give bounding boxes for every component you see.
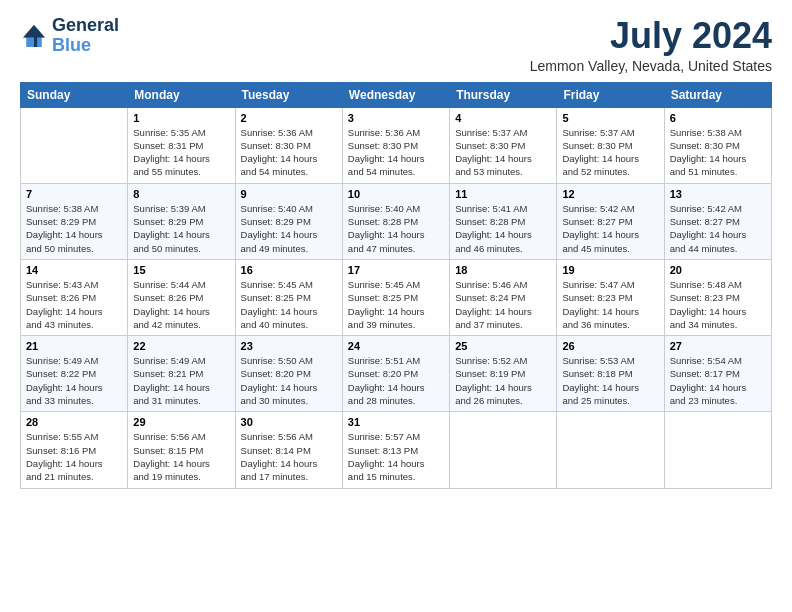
day-number: 20	[670, 264, 766, 276]
calendar-cell: 30Sunrise: 5:56 AM Sunset: 8:14 PM Dayli…	[235, 412, 342, 488]
day-number: 16	[241, 264, 337, 276]
calendar-cell: 15Sunrise: 5:44 AM Sunset: 8:26 PM Dayli…	[128, 259, 235, 335]
calendar-cell: 18Sunrise: 5:46 AM Sunset: 8:24 PM Dayli…	[450, 259, 557, 335]
header-thursday: Thursday	[450, 82, 557, 107]
calendar-cell: 22Sunrise: 5:49 AM Sunset: 8:21 PM Dayli…	[128, 336, 235, 412]
logo: General Blue	[20, 16, 119, 56]
day-info: Sunrise: 5:56 AM Sunset: 8:15 PM Dayligh…	[133, 430, 229, 483]
day-number: 14	[26, 264, 122, 276]
day-info: Sunrise: 5:37 AM Sunset: 8:30 PM Dayligh…	[562, 126, 658, 179]
month-title: July 2024	[530, 16, 772, 56]
calendar-cell	[21, 107, 128, 183]
day-number: 6	[670, 112, 766, 124]
location-title: Lemmon Valley, Nevada, United States	[530, 58, 772, 74]
day-info: Sunrise: 5:46 AM Sunset: 8:24 PM Dayligh…	[455, 278, 551, 331]
day-number: 4	[455, 112, 551, 124]
day-number: 11	[455, 188, 551, 200]
calendar-cell: 28Sunrise: 5:55 AM Sunset: 8:16 PM Dayli…	[21, 412, 128, 488]
calendar-cell: 19Sunrise: 5:47 AM Sunset: 8:23 PM Dayli…	[557, 259, 664, 335]
day-info: Sunrise: 5:35 AM Sunset: 8:31 PM Dayligh…	[133, 126, 229, 179]
day-info: Sunrise: 5:38 AM Sunset: 8:29 PM Dayligh…	[26, 202, 122, 255]
day-info: Sunrise: 5:36 AM Sunset: 8:30 PM Dayligh…	[348, 126, 444, 179]
day-number: 3	[348, 112, 444, 124]
day-number: 26	[562, 340, 658, 352]
calendar-cell: 12Sunrise: 5:42 AM Sunset: 8:27 PM Dayli…	[557, 183, 664, 259]
calendar-cell: 14Sunrise: 5:43 AM Sunset: 8:26 PM Dayli…	[21, 259, 128, 335]
calendar-cell: 31Sunrise: 5:57 AM Sunset: 8:13 PM Dayli…	[342, 412, 449, 488]
day-info: Sunrise: 5:38 AM Sunset: 8:30 PM Dayligh…	[670, 126, 766, 179]
header-tuesday: Tuesday	[235, 82, 342, 107]
week-row-4: 28Sunrise: 5:55 AM Sunset: 8:16 PM Dayli…	[21, 412, 772, 488]
day-number: 15	[133, 264, 229, 276]
day-number: 28	[26, 416, 122, 428]
calendar-cell: 23Sunrise: 5:50 AM Sunset: 8:20 PM Dayli…	[235, 336, 342, 412]
calendar-cell: 3Sunrise: 5:36 AM Sunset: 8:30 PM Daylig…	[342, 107, 449, 183]
calendar-cell: 1Sunrise: 5:35 AM Sunset: 8:31 PM Daylig…	[128, 107, 235, 183]
day-number: 1	[133, 112, 229, 124]
calendar-cell: 16Sunrise: 5:45 AM Sunset: 8:25 PM Dayli…	[235, 259, 342, 335]
calendar-cell: 26Sunrise: 5:53 AM Sunset: 8:18 PM Dayli…	[557, 336, 664, 412]
day-number: 25	[455, 340, 551, 352]
calendar-cell: 4Sunrise: 5:37 AM Sunset: 8:30 PM Daylig…	[450, 107, 557, 183]
calendar-cell: 21Sunrise: 5:49 AM Sunset: 8:22 PM Dayli…	[21, 336, 128, 412]
calendar-cell: 17Sunrise: 5:45 AM Sunset: 8:25 PM Dayli…	[342, 259, 449, 335]
header-wednesday: Wednesday	[342, 82, 449, 107]
day-number: 17	[348, 264, 444, 276]
day-info: Sunrise: 5:37 AM Sunset: 8:30 PM Dayligh…	[455, 126, 551, 179]
day-info: Sunrise: 5:44 AM Sunset: 8:26 PM Dayligh…	[133, 278, 229, 331]
day-info: Sunrise: 5:49 AM Sunset: 8:21 PM Dayligh…	[133, 354, 229, 407]
day-info: Sunrise: 5:39 AM Sunset: 8:29 PM Dayligh…	[133, 202, 229, 255]
day-info: Sunrise: 5:53 AM Sunset: 8:18 PM Dayligh…	[562, 354, 658, 407]
logo-icon	[20, 22, 48, 50]
day-number: 22	[133, 340, 229, 352]
day-number: 19	[562, 264, 658, 276]
logo-text: General Blue	[52, 16, 119, 56]
day-number: 9	[241, 188, 337, 200]
day-number: 21	[26, 340, 122, 352]
day-info: Sunrise: 5:43 AM Sunset: 8:26 PM Dayligh…	[26, 278, 122, 331]
day-number: 10	[348, 188, 444, 200]
day-number: 2	[241, 112, 337, 124]
calendar-cell: 29Sunrise: 5:56 AM Sunset: 8:15 PM Dayli…	[128, 412, 235, 488]
calendar-cell	[450, 412, 557, 488]
calendar-cell	[557, 412, 664, 488]
day-info: Sunrise: 5:52 AM Sunset: 8:19 PM Dayligh…	[455, 354, 551, 407]
day-number: 31	[348, 416, 444, 428]
day-info: Sunrise: 5:50 AM Sunset: 8:20 PM Dayligh…	[241, 354, 337, 407]
day-number: 27	[670, 340, 766, 352]
calendar-cell: 7Sunrise: 5:38 AM Sunset: 8:29 PM Daylig…	[21, 183, 128, 259]
calendar-cell: 9Sunrise: 5:40 AM Sunset: 8:29 PM Daylig…	[235, 183, 342, 259]
calendar-cell: 11Sunrise: 5:41 AM Sunset: 8:28 PM Dayli…	[450, 183, 557, 259]
day-info: Sunrise: 5:49 AM Sunset: 8:22 PM Dayligh…	[26, 354, 122, 407]
week-row-0: 1Sunrise: 5:35 AM Sunset: 8:31 PM Daylig…	[21, 107, 772, 183]
day-info: Sunrise: 5:47 AM Sunset: 8:23 PM Dayligh…	[562, 278, 658, 331]
day-number: 24	[348, 340, 444, 352]
week-row-2: 14Sunrise: 5:43 AM Sunset: 8:26 PM Dayli…	[21, 259, 772, 335]
page-header: General Blue July 2024 Lemmon Valley, Ne…	[20, 16, 772, 74]
header-monday: Monday	[128, 82, 235, 107]
day-info: Sunrise: 5:55 AM Sunset: 8:16 PM Dayligh…	[26, 430, 122, 483]
day-number: 5	[562, 112, 658, 124]
calendar-cell	[664, 412, 771, 488]
calendar-body: 1Sunrise: 5:35 AM Sunset: 8:31 PM Daylig…	[21, 107, 772, 488]
day-number: 12	[562, 188, 658, 200]
day-number: 23	[241, 340, 337, 352]
week-row-3: 21Sunrise: 5:49 AM Sunset: 8:22 PM Dayli…	[21, 336, 772, 412]
day-info: Sunrise: 5:45 AM Sunset: 8:25 PM Dayligh…	[348, 278, 444, 331]
day-info: Sunrise: 5:57 AM Sunset: 8:13 PM Dayligh…	[348, 430, 444, 483]
day-info: Sunrise: 5:40 AM Sunset: 8:29 PM Dayligh…	[241, 202, 337, 255]
calendar-cell: 25Sunrise: 5:52 AM Sunset: 8:19 PM Dayli…	[450, 336, 557, 412]
day-info: Sunrise: 5:48 AM Sunset: 8:23 PM Dayligh…	[670, 278, 766, 331]
calendar-cell: 20Sunrise: 5:48 AM Sunset: 8:23 PM Dayli…	[664, 259, 771, 335]
header-sunday: Sunday	[21, 82, 128, 107]
calendar-cell: 24Sunrise: 5:51 AM Sunset: 8:20 PM Dayli…	[342, 336, 449, 412]
day-number: 30	[241, 416, 337, 428]
day-info: Sunrise: 5:45 AM Sunset: 8:25 PM Dayligh…	[241, 278, 337, 331]
title-block: July 2024 Lemmon Valley, Nevada, United …	[530, 16, 772, 74]
calendar-cell: 6Sunrise: 5:38 AM Sunset: 8:30 PM Daylig…	[664, 107, 771, 183]
day-number: 7	[26, 188, 122, 200]
day-info: Sunrise: 5:42 AM Sunset: 8:27 PM Dayligh…	[562, 202, 658, 255]
header-saturday: Saturday	[664, 82, 771, 107]
day-info: Sunrise: 5:36 AM Sunset: 8:30 PM Dayligh…	[241, 126, 337, 179]
calendar-header-row: SundayMondayTuesdayWednesdayThursdayFrid…	[21, 82, 772, 107]
